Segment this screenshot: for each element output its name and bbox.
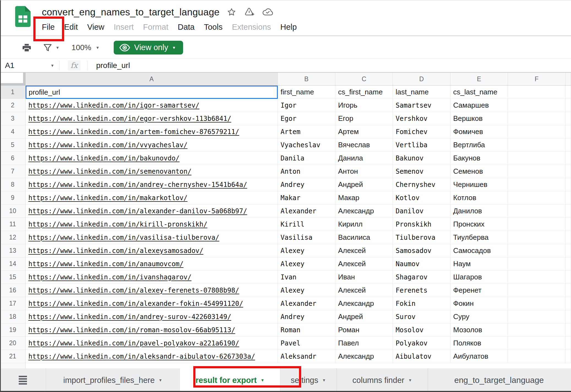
last-name-cell[interactable]: Samartsev bbox=[393, 99, 450, 112]
first-name-cell[interactable]: Andrey bbox=[278, 310, 335, 323]
cs-last-name-cell[interactable]: Суру bbox=[450, 310, 508, 323]
empty-cell[interactable] bbox=[508, 178, 565, 191]
row-number[interactable]: 11 bbox=[0, 218, 26, 231]
last-name-cell[interactable]: Vertliba bbox=[393, 138, 450, 152]
cs-last-name-cell[interactable]: Ференет bbox=[450, 284, 508, 297]
cs-first-name-cell[interactable]: Макар bbox=[335, 191, 393, 205]
cs-last-name-cell[interactable]: Вертлиба bbox=[450, 138, 508, 152]
tab-caret-icon[interactable]: ▼ bbox=[159, 378, 162, 382]
cs-first-name-cell[interactable]: Андрей bbox=[335, 310, 393, 323]
select-all-corner[interactable] bbox=[0, 73, 26, 86]
cs-first-name-cell[interactable]: Александр bbox=[335, 297, 393, 310]
empty-cell[interactable] bbox=[508, 191, 565, 205]
profile-url-cell[interactable]: https://www.linkedin.com/in/makarkotlov/ bbox=[26, 191, 278, 205]
cs-last-name-cell[interactable]: Данилов bbox=[450, 205, 508, 218]
empty-cell[interactable] bbox=[508, 284, 565, 297]
first-name-cell[interactable]: Pavel bbox=[278, 337, 335, 350]
first-name-cell[interactable]: Danila bbox=[278, 152, 335, 165]
star-icon[interactable] bbox=[227, 7, 236, 17]
last-name-cell[interactable]: Ferenets bbox=[393, 284, 450, 297]
row-number[interactable]: 3 bbox=[0, 112, 26, 125]
column-header-b[interactable]: B bbox=[278, 73, 335, 86]
row-number[interactable]: 20 bbox=[0, 337, 26, 350]
cs-first-name-cell[interactable]: Вячеслав bbox=[335, 138, 393, 152]
filter-views-control[interactable]: ▼ bbox=[43, 43, 59, 52]
menu-edit[interactable]: Edit bbox=[64, 23, 78, 32]
row-number[interactable]: 4 bbox=[0, 125, 26, 138]
last-name-cell[interactable]: Naumov bbox=[393, 257, 450, 271]
last-name-cell[interactable]: Shagarov bbox=[393, 271, 450, 284]
last-name-cell[interactable]: Aibulatov bbox=[393, 350, 450, 363]
first-name-cell[interactable]: Ivan bbox=[278, 271, 335, 284]
profile-url-cell[interactable]: https://www.linkedin.com/in/anaumovcom/ bbox=[26, 257, 278, 271]
empty-cell[interactable] bbox=[508, 165, 565, 178]
empty-cell[interactable] bbox=[508, 257, 565, 271]
cell-b1[interactable]: first_name bbox=[278, 86, 335, 99]
cs-last-name-cell[interactable]: Семенов bbox=[450, 165, 508, 178]
document-title[interactable]: convert_eng_names_to_target_language bbox=[42, 7, 219, 18]
profile-url-cell[interactable]: https://www.linkedin.com/in/andrey-surov… bbox=[26, 310, 278, 323]
column-header-a[interactable]: A bbox=[26, 73, 278, 86]
profile-url-cell[interactable]: https://www.linkedin.com/in/igor-samarts… bbox=[26, 99, 278, 112]
profile-url-cell[interactable]: https://www.linkedin.com/in/bakunovdo/ bbox=[26, 152, 278, 165]
profile-url-cell[interactable]: https://www.linkedin.com/in/pavel-polyak… bbox=[26, 337, 278, 350]
cs-first-name-cell[interactable]: Антон bbox=[335, 165, 393, 178]
profile-url-cell[interactable]: https://www.linkedin.com/in/aleksandr-ai… bbox=[26, 350, 278, 363]
menu-tools[interactable]: Tools bbox=[204, 23, 223, 32]
profile-url-cell[interactable]: https://www.linkedin.com/in/kirill-prons… bbox=[26, 218, 278, 231]
tab-caret-icon[interactable]: ▼ bbox=[408, 378, 412, 382]
column-header-d[interactable]: D bbox=[393, 73, 450, 86]
last-name-cell[interactable]: Mosolov bbox=[393, 323, 450, 337]
cs-first-name-cell[interactable]: Павел bbox=[335, 337, 393, 350]
last-name-cell[interactable]: Fokin bbox=[393, 297, 450, 310]
last-name-cell[interactable]: Pronskikh bbox=[393, 218, 450, 231]
cs-last-name-cell[interactable]: Фомичев bbox=[450, 125, 508, 138]
row-number[interactable]: 9 bbox=[0, 191, 26, 205]
formula-bar-value[interactable]: profile_url bbox=[96, 61, 130, 70]
zoom-selector[interactable]: 100% ▼ bbox=[72, 43, 99, 52]
last-name-cell[interactable]: Kotlov bbox=[393, 191, 450, 205]
sheets-logo-icon[interactable] bbox=[15, 6, 31, 27]
empty-cell[interactable] bbox=[508, 244, 565, 257]
cs-last-name-cell[interactable]: Вершков bbox=[450, 112, 508, 125]
row-number[interactable]: 13 bbox=[0, 244, 26, 257]
empty-cell[interactable] bbox=[508, 99, 565, 112]
row-number[interactable]: 12 bbox=[0, 231, 26, 244]
row-number[interactable]: 15 bbox=[0, 271, 26, 284]
first-name-cell[interactable]: Roman bbox=[278, 323, 335, 337]
add-shortcut-to-drive-icon[interactable] bbox=[244, 7, 255, 17]
profile-url-cell[interactable]: https://www.linkedin.com/in/alexey-feren… bbox=[26, 284, 278, 297]
profile-url-cell[interactable]: https://www.linkedin.com/in/alexander-da… bbox=[26, 205, 278, 218]
last-name-cell[interactable]: Chernyshev bbox=[393, 178, 450, 191]
empty-cell[interactable] bbox=[508, 138, 565, 152]
empty-cell[interactable] bbox=[508, 310, 565, 323]
last-name-cell[interactable]: Danilov bbox=[393, 205, 450, 218]
column-header-e[interactable]: E bbox=[450, 73, 508, 86]
empty-cell[interactable] bbox=[508, 218, 565, 231]
cs-first-name-cell[interactable]: Иван bbox=[335, 271, 393, 284]
first-name-cell[interactable]: Egor bbox=[278, 112, 335, 125]
first-name-cell[interactable]: Andrey bbox=[278, 178, 335, 191]
row-number[interactable]: 18 bbox=[0, 310, 26, 323]
last-name-cell[interactable]: Surov bbox=[393, 310, 450, 323]
first-name-cell[interactable]: Igor bbox=[278, 99, 335, 112]
cs-last-name-cell[interactable]: Бакунов bbox=[450, 152, 508, 165]
profile-url-cell[interactable]: https://www.linkedin.com/in/artem-fomich… bbox=[26, 125, 278, 138]
last-name-cell[interactable]: Bakunov bbox=[393, 152, 450, 165]
print-icon[interactable] bbox=[21, 43, 32, 53]
menu-help[interactable]: Help bbox=[280, 23, 297, 32]
row-number[interactable]: 17 bbox=[0, 297, 26, 310]
last-name-cell[interactable]: Vershkov bbox=[393, 112, 450, 125]
empty-cell[interactable] bbox=[508, 297, 565, 310]
profile-url-cell[interactable]: https://www.linkedin.com/in/roman-mosolo… bbox=[26, 323, 278, 337]
cs-first-name-cell[interactable]: Алексей bbox=[335, 257, 393, 271]
tab-columns-finder[interactable]: columns finder ▼ bbox=[337, 368, 428, 392]
profile-url-cell[interactable]: https://www.linkedin.com/in/egor-vershko… bbox=[26, 112, 278, 125]
cell-f1[interactable] bbox=[508, 86, 565, 99]
first-name-cell[interactable]: Artem bbox=[278, 125, 335, 138]
view-only-button[interactable]: View only ▼ bbox=[114, 41, 183, 55]
cs-last-name-cell[interactable]: Самосадов bbox=[450, 244, 508, 257]
cs-last-name-cell[interactable]: Шагаров bbox=[450, 271, 508, 284]
tab-eng-to-target-language[interactable]: eng_to_target_language bbox=[428, 368, 571, 392]
cell-c1[interactable]: cs_first_name bbox=[335, 86, 393, 99]
